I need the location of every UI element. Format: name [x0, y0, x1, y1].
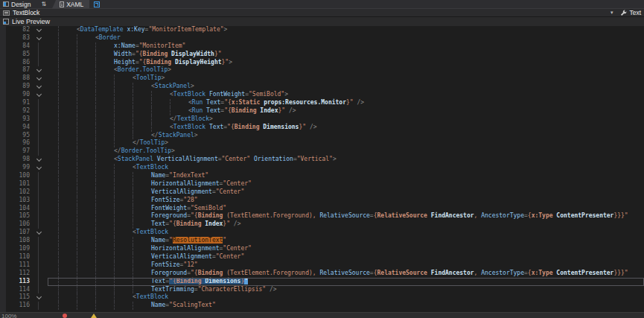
code-text: Width="{Binding DisplayWidth}": [114, 51, 222, 59]
code-line[interactable]: 109HorizontalAlignment="Center": [6, 245, 644, 253]
indent-guide: [58, 237, 77, 245]
line-number: 87: [6, 66, 30, 74]
fold-chevron-icon[interactable]: [30, 66, 48, 74]
indent-guide: [170, 99, 188, 107]
xaml-editor-window: Design ⇅ XAML TextBlock ▾ Text Live Prev…: [0, 0, 644, 318]
indent-guide: [114, 180, 133, 188]
code-line[interactable]: 86Height="{Binding DisplayHeight}">: [6, 59, 644, 67]
indent-guide: [95, 139, 114, 147]
indent-guide: [77, 83, 95, 91]
line-number: 82: [6, 26, 30, 34]
textblock-icon: [3, 10, 10, 16]
code-line[interactable]: 96</ToolTip>: [6, 139, 644, 147]
code-line[interactable]: 82<DataTemplate x:Key="MonitorItemTempla…: [6, 26, 644, 34]
code-line[interactable]: 87<Border.ToolTip>: [6, 66, 644, 74]
code-line[interactable]: 95</StackPanel>: [6, 132, 644, 140]
code-text: <Border: [95, 34, 121, 42]
fold-guide: [30, 270, 48, 278]
indent-guide: [58, 147, 77, 156]
swap-panes-icon[interactable]: ⇅: [41, 1, 46, 7]
indent-guide: [58, 124, 77, 132]
code-line[interactable]: 94<TextBlock Text="{Binding Dimensions}"…: [6, 124, 644, 132]
indent-guide: [133, 180, 151, 188]
open-new-window-icon[interactable]: [94, 1, 100, 7]
code-line[interactable]: 107<TextBlock: [6, 229, 644, 237]
breadcrumb-element[interactable]: TextBlock: [13, 9, 39, 16]
code-line[interactable]: 83<Border: [6, 34, 644, 42]
fold-guide: [30, 107, 48, 115]
breadcrumb-property[interactable]: Text: [629, 9, 641, 16]
code-line[interactable]: 102VerticalAlignment="Center": [6, 188, 644, 197]
code-line[interactable]: 106Text="{Binding Index}" />: [6, 220, 644, 229]
code-line[interactable]: 88<ToolTip>: [6, 74, 644, 83]
code-text: Name="IndexText": [151, 172, 208, 180]
code-line[interactable]: 110VerticalAlignment="Center": [6, 253, 644, 261]
line-number: 110: [6, 253, 30, 261]
line-number: 86: [6, 59, 30, 67]
warnings-icon[interactable]: [91, 314, 97, 318]
indent-guide: [114, 302, 133, 310]
indent-guide: [114, 124, 133, 132]
code-line[interactable]: 99<TextBlock: [6, 164, 644, 172]
code-line[interactable]: 115<TextBlock: [6, 293, 644, 302]
fold-chevron-icon[interactable]: [30, 91, 48, 99]
code-line[interactable]: 91<Run Text="{x:Static props:Resources.M…: [6, 99, 644, 107]
code-line[interactable]: 103FontSize="28": [6, 197, 644, 205]
code-line[interactable]: 100Name="IndexText": [6, 172, 644, 180]
code-text: </ToolTip>: [133, 139, 168, 147]
code-text: HorizontalAlignment="Center": [151, 245, 252, 253]
code-line[interactable]: 114TextTrimming="CharacterEllipsis" />: [6, 286, 644, 294]
indent-guide: [114, 212, 133, 220]
tab-design[interactable]: Design: [0, 0, 35, 8]
fold-chevron-icon[interactable]: [30, 83, 48, 91]
fold-chevron-icon[interactable]: [30, 229, 48, 237]
code-line[interactable]: 101HorizontalAlignment="Center": [6, 180, 644, 188]
indent-guide: [77, 229, 95, 237]
indent-guide: [114, 132, 133, 140]
code-line[interactable]: 113Text="{Binding Dimensions}": [6, 278, 644, 286]
fold-chevron-icon[interactable]: [30, 293, 48, 302]
errors-icon[interactable]: [63, 314, 67, 318]
code-line[interactable]: 108Name="ResolutionText": [6, 237, 644, 245]
code-text: FontSize="28": [151, 197, 198, 205]
fold-chevron-icon[interactable]: [30, 26, 48, 34]
code-line[interactable]: 97</Border.ToolTip>: [6, 147, 644, 156]
fold-chevron-icon[interactable]: [30, 156, 48, 164]
indent-guide: [58, 253, 77, 261]
code-text: VerticalAlignment="Center": [151, 253, 244, 261]
indent-guide: [133, 270, 151, 278]
indent-guide: [114, 164, 133, 172]
code-line[interactable]: 85Width="{Binding DisplayWidth}": [6, 51, 644, 59]
zoom-level[interactable]: 100%: [1, 313, 16, 318]
line-number: 95: [6, 132, 30, 140]
code-line[interactable]: 116Name="ScalingText": [6, 302, 644, 310]
fold-guide: [30, 115, 48, 124]
indent-guide: [95, 253, 114, 261]
code-line[interactable]: 105Foreground="{Binding (TextElement.For…: [6, 212, 644, 220]
indent-guide: [77, 205, 95, 213]
code-line[interactable]: 98<StackPanel VerticalAlignment="Center"…: [6, 156, 644, 164]
fold-chevron-icon[interactable]: [30, 164, 48, 172]
indent-guide: [77, 180, 95, 188]
code-editor[interactable]: 82<DataTemplate x:Key="MonitorItemTempla…: [0, 26, 644, 312]
code-line[interactable]: 112Foreground="{Binding (TextElement.For…: [6, 270, 644, 278]
indent-guide: [133, 237, 151, 245]
code-line[interactable]: 92<Run Text="{Binding Index}" />: [6, 107, 644, 115]
indent-guide: [95, 83, 114, 91]
fold-chevron-icon[interactable]: [30, 74, 48, 83]
indent-guide: [77, 59, 95, 67]
code-line[interactable]: 93</TextBlock>: [6, 115, 644, 124]
indent-guide: [77, 66, 95, 74]
document-icon: [60, 1, 64, 7]
code-line[interactable]: 111FontSize="12": [6, 261, 644, 270]
live-preview-bar[interactable]: Live Preview: [0, 16, 644, 26]
code-line[interactable]: 89<StackPanel>: [6, 83, 644, 91]
code-text: <DataTemplate x:Key="MonitorItemTemplate…: [77, 26, 227, 34]
code-line[interactable]: 90<TextBlock FontWeight="SemiBold">: [6, 91, 644, 99]
indent-guide: [133, 99, 151, 107]
chevron-down-icon[interactable]: ▾: [610, 10, 613, 16]
code-line[interactable]: 104FontWeight="SemiBold": [6, 205, 644, 213]
fold-chevron-icon[interactable]: [30, 34, 48, 42]
tab-xaml[interactable]: XAML: [52, 0, 89, 8]
code-line[interactable]: 84x:Name="MonitorItem": [6, 42, 644, 51]
